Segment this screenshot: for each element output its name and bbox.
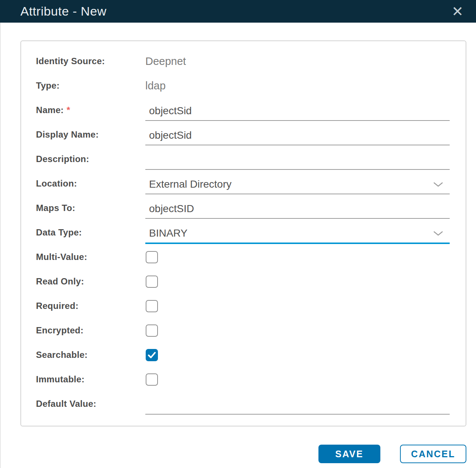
location-select[interactable]: External Directory bbox=[145, 175, 450, 194]
multi-value-checkbox[interactable] bbox=[146, 251, 158, 263]
description-label: Description: bbox=[36, 154, 145, 164]
close-button[interactable]: ✕ bbox=[446, 4, 469, 19]
name-field bbox=[145, 102, 450, 121]
default-value-field bbox=[145, 395, 450, 415]
display-name-field bbox=[145, 126, 450, 145]
data-type-select[interactable]: BINARY bbox=[145, 224, 450, 244]
close-icon: ✕ bbox=[452, 4, 463, 19]
field-row-default-value: Default Value: bbox=[36, 392, 450, 416]
type-value: ldap bbox=[145, 80, 166, 92]
attribute-new-dialog: Attribute - New ✕ Identity Source: Deepn… bbox=[0, 0, 476, 468]
description-field bbox=[145, 151, 450, 170]
form-card: Identity Source: Deepnet Type: ldap Name… bbox=[20, 40, 466, 426]
location-selected-value: External Directory bbox=[145, 178, 232, 190]
field-row-read-only: Read Only: bbox=[36, 269, 450, 294]
save-button[interactable]: SAVE bbox=[318, 445, 380, 463]
field-row-searchable: Searchable: bbox=[36, 343, 450, 367]
required-asterisk: * bbox=[67, 105, 70, 115]
data-type-selected-value: BINARY bbox=[145, 227, 188, 239]
display-name-label: Display Name: bbox=[36, 129, 145, 140]
identity-source-value: Deepnet bbox=[145, 55, 186, 67]
field-row-maps-to: Maps To: bbox=[36, 196, 450, 220]
searchable-label: Searchable: bbox=[36, 350, 145, 360]
maps-to-label: Maps To: bbox=[36, 203, 145, 213]
field-row-type: Type: ldap bbox=[36, 73, 450, 98]
field-row-name: Name:* bbox=[36, 98, 450, 122]
dialog-title: Attribute - New bbox=[20, 4, 106, 19]
field-row-identity-source: Identity Source: Deepnet bbox=[36, 49, 450, 73]
data-type-label: Data Type: bbox=[36, 227, 145, 238]
searchable-checkbox[interactable] bbox=[146, 349, 158, 361]
cancel-button[interactable]: CANCEL bbox=[400, 445, 466, 463]
location-label: Location: bbox=[36, 178, 145, 189]
field-row-location: Location: External Directory bbox=[36, 171, 450, 196]
required-checkbox[interactable] bbox=[146, 300, 158, 312]
default-value-input[interactable] bbox=[145, 399, 450, 411]
field-row-immutable: Immutable: bbox=[36, 367, 450, 392]
field-row-multi-value: Multi-Value: bbox=[36, 245, 450, 269]
identity-source-label: Identity Source: bbox=[36, 56, 145, 66]
type-label: Type: bbox=[36, 80, 145, 91]
field-row-display-name: Display Name: bbox=[36, 122, 450, 147]
maps-to-input[interactable] bbox=[145, 203, 450, 215]
default-value-label: Default Value: bbox=[36, 399, 145, 409]
read-only-label: Read Only: bbox=[36, 276, 145, 287]
encrypted-checkbox[interactable] bbox=[146, 324, 158, 337]
field-row-encrypted: Encrypted: bbox=[36, 318, 450, 343]
name-input[interactable] bbox=[145, 105, 450, 117]
immutable-label: Immutable: bbox=[36, 374, 145, 385]
display-name-input[interactable] bbox=[145, 129, 450, 141]
read-only-checkbox[interactable] bbox=[146, 276, 158, 288]
field-row-data-type: Data Type: BINARY bbox=[36, 220, 450, 245]
required-label: Required: bbox=[36, 301, 145, 311]
checkmark-icon bbox=[148, 352, 156, 358]
dialog-footer: SAVE CANCEL bbox=[20, 445, 466, 463]
name-label: Name:* bbox=[36, 105, 145, 115]
multi-value-label: Multi-Value: bbox=[36, 252, 145, 262]
chevron-down-icon bbox=[433, 231, 443, 236]
dialog-body: Identity Source: Deepnet Type: ldap Name… bbox=[0, 23, 476, 463]
immutable-checkbox[interactable] bbox=[146, 373, 158, 386]
chevron-down-icon bbox=[433, 182, 443, 187]
description-input[interactable] bbox=[145, 154, 450, 166]
dialog-header: Attribute - New ✕ bbox=[0, 0, 476, 23]
encrypted-label: Encrypted: bbox=[36, 325, 145, 336]
field-row-description: Description: bbox=[36, 147, 450, 171]
maps-to-field bbox=[145, 200, 450, 219]
field-row-required: Required: bbox=[36, 294, 450, 318]
